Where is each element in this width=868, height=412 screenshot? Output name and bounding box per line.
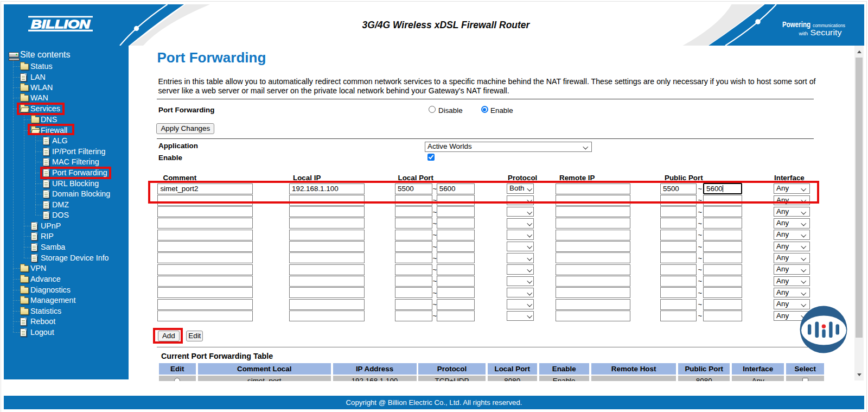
svg-text:3G/4G Wireless xDSL Firewall R: 3G/4G Wireless xDSL Firewall Router: [362, 20, 531, 30]
svg-text:BILLION: BILLION: [31, 17, 91, 31]
svg-text:with: with: [799, 30, 808, 36]
svg-text:Powering: Powering: [782, 20, 810, 29]
svg-text:Security: Security: [810, 28, 843, 37]
svg-text:communications: communications: [813, 22, 845, 28]
